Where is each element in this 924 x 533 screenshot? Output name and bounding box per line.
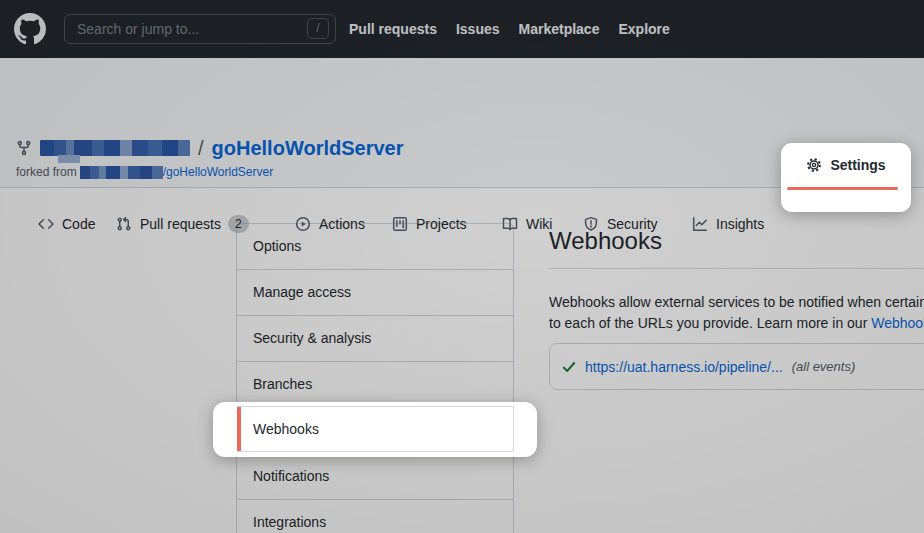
graph-icon (692, 216, 708, 232)
fork-icon (16, 140, 32, 156)
redacted-owner-name (40, 140, 190, 156)
repo-name-link[interactable]: goHelloWorldServer (212, 137, 404, 160)
pull-request-icon (116, 216, 132, 232)
code-icon (38, 216, 54, 232)
webhook-events-label: (all events) (792, 359, 856, 374)
book-icon (502, 216, 518, 232)
forked-source-link[interactable]: /goHelloWorldServer (163, 165, 274, 179)
nav-pull-requests[interactable]: Pull requests (349, 21, 437, 37)
check-icon (561, 359, 577, 375)
tab-label: Wiki (526, 216, 552, 232)
selected-item-accent-bar (237, 407, 241, 451)
github-repo-settings-page: / Pull requests Issues Marketplace Explo… (0, 0, 924, 533)
tab-insights[interactable]: Insights (692, 208, 764, 239)
sidebar-item-notifications[interactable]: Notifications (237, 454, 513, 500)
app-header: / Pull requests Issues Marketplace Explo… (0, 0, 924, 58)
tab-code[interactable]: Code (38, 208, 95, 239)
tab-label: Projects (416, 216, 467, 232)
sidebar-item-security-analysis[interactable]: Security & analysis (237, 316, 513, 362)
play-icon (295, 216, 311, 232)
description-line2-text: to each of the URLs you provide. Learn m… (549, 315, 871, 331)
settings-sidebar: Options Manage access Security & analysi… (236, 223, 514, 533)
header-nav: Pull requests Issues Marketplace Explore (349, 0, 670, 58)
sidebar-item-options[interactable]: Options (237, 224, 513, 270)
sidebar-item-webhooks-highlight[interactable]: Webhooks (237, 406, 514, 452)
tab-label: Insights (716, 216, 764, 232)
project-icon (392, 216, 408, 232)
github-logo-icon[interactable] (14, 13, 46, 45)
repo-title-row: / goHelloWorldServer (16, 136, 403, 160)
webhooks-guide-link[interactable]: Webhooks Guide. (871, 315, 924, 331)
webhooks-description-line1: Webhooks allow external services to be n… (549, 294, 924, 310)
tab-label: Pull requests (140, 216, 221, 232)
repo-separator: / (198, 137, 204, 160)
webhook-list-item: https://uat.harness.io/pipeline/... (all… (549, 343, 924, 390)
forked-from-row: forked from /goHelloWorldServer (16, 165, 273, 179)
sidebar-item-integrations[interactable]: Integrations (237, 500, 513, 533)
spotlight-tab-settings[interactable]: Settings (781, 143, 911, 212)
tab-label: Actions (319, 216, 365, 232)
sidebar-item-manage-access[interactable]: Manage access (237, 270, 513, 316)
webhook-url-link[interactable]: https://uat.harness.io/pipeline/... (585, 359, 783, 375)
tab-label: Security (607, 216, 658, 232)
tab-pull-requests[interactable]: Pull requests 2 (116, 208, 249, 239)
selected-tab-underline (787, 187, 898, 190)
search-input[interactable] (64, 14, 336, 44)
header-search: / (64, 14, 336, 44)
nav-explore[interactable]: Explore (618, 21, 669, 37)
nav-issues[interactable]: Issues (456, 21, 500, 37)
tab-wiki[interactable]: Wiki (502, 208, 552, 239)
tab-actions[interactable]: Actions (295, 208, 365, 239)
tab-label: Settings (830, 157, 885, 173)
redacted-fork-owner-name (80, 166, 163, 179)
shield-icon (583, 216, 599, 232)
spotlight-sidebar-item-webhooks[interactable]: Webhooks (213, 402, 537, 457)
tab-projects[interactable]: Projects (392, 208, 467, 239)
tab-security[interactable]: Security (583, 208, 658, 239)
gear-icon (806, 157, 822, 173)
title-divider (549, 268, 924, 269)
pull-requests-count-badge: 2 (228, 215, 249, 233)
slash-shortcut-key: / (307, 18, 329, 39)
nav-marketplace[interactable]: Marketplace (519, 21, 600, 37)
tab-label: Code (62, 216, 95, 232)
webhooks-description-line2: to each of the URLs you provide. Learn m… (549, 315, 924, 331)
forked-from-label: forked from (16, 165, 77, 179)
